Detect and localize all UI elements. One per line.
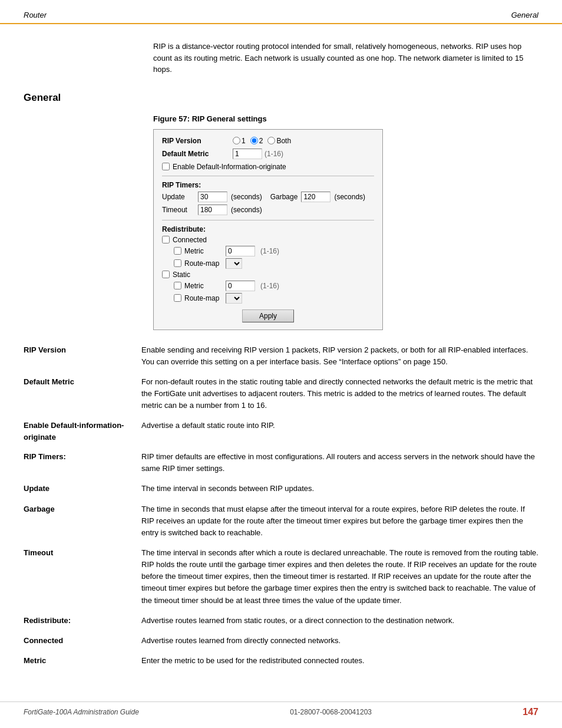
footer-right: 147 bbox=[523, 707, 538, 717]
definition-table: RIP VersionEnable sending and receiving … bbox=[24, 344, 538, 667]
static-routemap-select[interactable] bbox=[226, 293, 242, 304]
def-term: Connected bbox=[24, 635, 141, 647]
redistribute-label: Redistribute: bbox=[162, 225, 374, 233]
timeout-label: Timeout bbox=[162, 206, 194, 214]
footer-left: FortiGate-100A Administration Guide bbox=[24, 708, 139, 716]
enable-default-checkbox[interactable] bbox=[162, 163, 170, 170]
intro-text: RIP is a distance-vector routing protoco… bbox=[153, 41, 538, 75]
static-item: Static bbox=[162, 271, 374, 279]
def-desc: Advertise routes learned from static rou… bbox=[141, 615, 538, 627]
connected-metric-row: Metric (1-16) bbox=[174, 246, 374, 256]
static-label: Static bbox=[173, 271, 190, 279]
def-term: Garbage bbox=[24, 503, 141, 515]
connected-routemap-select[interactable] bbox=[226, 258, 242, 269]
def-row: Enable Default-information-originateAdve… bbox=[24, 420, 538, 443]
static-checkbox[interactable] bbox=[162, 271, 170, 278]
def-desc: Advertise routes learned from directly c… bbox=[141, 635, 538, 647]
page-footer: FortiGate-100A Administration Guide 01-2… bbox=[0, 701, 562, 717]
rip-version-1-option[interactable]: 1 bbox=[233, 137, 246, 145]
def-term: Timeout bbox=[24, 547, 141, 559]
rip-version-2-radio[interactable] bbox=[250, 137, 258, 144]
connected-routemap-checkbox[interactable] bbox=[174, 259, 181, 267]
def-term: Update bbox=[24, 483, 141, 495]
update-input[interactable] bbox=[198, 192, 227, 202]
def-row: UpdateThe time interval in seconds betwe… bbox=[24, 483, 538, 495]
timeout-row: Timeout (seconds) bbox=[162, 205, 374, 215]
static-metric-input[interactable] bbox=[226, 281, 255, 291]
def-desc: The time in seconds that must elapse aft… bbox=[141, 503, 538, 539]
default-metric-input[interactable] bbox=[233, 149, 262, 159]
figure-caption: Figure 57: RIP General settings bbox=[153, 114, 538, 123]
connected-metric-label: Metric bbox=[184, 247, 223, 255]
header-left: Router bbox=[24, 11, 47, 19]
def-desc: The time interval in seconds after which… bbox=[141, 547, 538, 607]
apply-button[interactable]: Apply bbox=[242, 309, 294, 322]
connected-metric-checkbox[interactable] bbox=[174, 247, 181, 255]
rip-version-label: RIP Version bbox=[162, 137, 233, 145]
update-label: Update bbox=[162, 193, 194, 201]
default-metric-label: Default Metric bbox=[162, 150, 233, 158]
redistribute-section: Redistribute: Connected Metric (1-16) Ro… bbox=[162, 225, 374, 304]
connected-metric-range: (1-16) bbox=[260, 247, 279, 255]
figure-container: Figure 57: RIP General settings RIP Vers… bbox=[153, 114, 538, 330]
rip-settings-box: RIP Version 1 2 Both Default Metric bbox=[153, 129, 383, 330]
static-routemap-checkbox[interactable] bbox=[174, 294, 181, 302]
enable-default-row: Enable Default-Information-originate bbox=[162, 163, 374, 171]
def-term: Redistribute: bbox=[24, 615, 141, 627]
garbage-unit: (seconds) bbox=[334, 193, 365, 201]
section-heading: General bbox=[24, 92, 538, 104]
page-content: RIP is a distance-vector routing protoco… bbox=[0, 24, 562, 693]
static-routemap-label: Route-map bbox=[184, 294, 223, 302]
connected-routemap-row: Route-map bbox=[174, 258, 374, 269]
def-term: RIP Version bbox=[24, 344, 141, 356]
def-term: Default Metric bbox=[24, 376, 141, 388]
def-desc: Advertise a default static route into RI… bbox=[141, 420, 538, 431]
connected-item: Connected bbox=[162, 236, 374, 244]
header-right: General bbox=[511, 11, 538, 19]
def-row: MetricEnter the metric to be used for th… bbox=[24, 655, 538, 667]
static-routemap-row: Route-map bbox=[174, 293, 374, 304]
separator-2 bbox=[162, 220, 374, 220]
connected-routemap-label: Route-map bbox=[184, 259, 223, 268]
def-term: RIP Timers: bbox=[24, 451, 141, 463]
def-desc: Enter the metric to be used for the redi… bbox=[141, 655, 538, 667]
static-metric-checkbox[interactable] bbox=[174, 282, 181, 289]
timeout-input[interactable] bbox=[198, 205, 227, 215]
connected-label: Connected bbox=[173, 236, 207, 244]
def-desc: RIP timer defaults are effective in most… bbox=[141, 451, 538, 475]
separator-1 bbox=[162, 176, 374, 176]
timeout-unit: (seconds) bbox=[231, 206, 262, 214]
static-metric-row: Metric (1-16) bbox=[174, 281, 374, 291]
def-row: GarbageThe time in seconds that must ela… bbox=[24, 503, 538, 539]
def-row: RIP Timers:RIP timer defaults are effect… bbox=[24, 451, 538, 475]
page-header: Router General bbox=[0, 0, 562, 24]
enable-default-label: Enable Default-Information-originate bbox=[173, 163, 286, 171]
static-metric-range: (1-16) bbox=[260, 282, 279, 290]
rip-version-both-option[interactable]: Both bbox=[267, 137, 291, 145]
def-row: RIP VersionEnable sending and receiving … bbox=[24, 344, 538, 368]
rip-version-row: RIP Version 1 2 Both bbox=[162, 137, 374, 145]
apply-btn-row: Apply bbox=[162, 309, 374, 322]
update-garbage-row: Update (seconds) Garbage (seconds) bbox=[162, 192, 374, 202]
def-term: Enable Default-information-originate bbox=[24, 420, 141, 443]
static-metric-label: Metric bbox=[184, 282, 223, 290]
default-metric-range: (1-16) bbox=[265, 150, 283, 158]
def-desc: For non-default routes in the static rou… bbox=[141, 376, 538, 411]
def-row: ConnectedAdvertise routes learned from d… bbox=[24, 635, 538, 647]
rip-version-2-option[interactable]: 2 bbox=[250, 137, 263, 145]
connected-metric-input[interactable] bbox=[226, 246, 255, 256]
def-desc: The time interval in seconds between RIP… bbox=[141, 483, 538, 495]
footer-center: 01-28007-0068-20041203 bbox=[290, 708, 372, 716]
def-desc: Enable sending and receiving RIP version… bbox=[141, 344, 538, 368]
def-term: Metric bbox=[24, 655, 141, 667]
rip-version-radio-group: 1 2 Both bbox=[233, 137, 291, 145]
rip-version-both-radio[interactable] bbox=[267, 137, 275, 144]
default-metric-row: Default Metric (1-16) bbox=[162, 149, 374, 159]
update-unit: (seconds) bbox=[231, 193, 262, 201]
rip-timers-label: RIP Timers: bbox=[162, 181, 374, 189]
def-row: Default MetricFor non-default routes in … bbox=[24, 376, 538, 411]
garbage-label: Garbage bbox=[270, 193, 298, 201]
garbage-input[interactable] bbox=[301, 192, 330, 202]
connected-checkbox[interactable] bbox=[162, 236, 170, 243]
rip-version-1-radio[interactable] bbox=[233, 137, 240, 144]
